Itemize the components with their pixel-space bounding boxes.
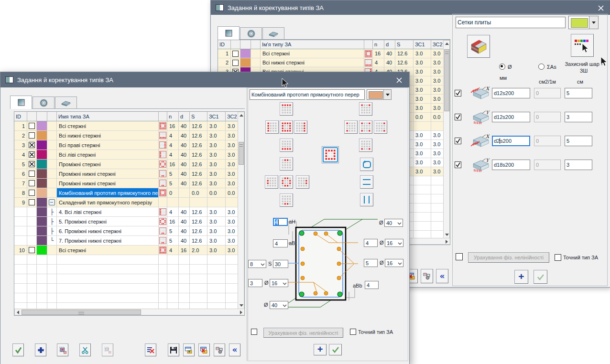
table-row[interactable]: └7. Проміжні нижні стержні54012.63.03.0 bbox=[14, 236, 239, 246]
mesh-row-checkbox[interactable] bbox=[455, 114, 461, 120]
exact-type-checkbox[interactable] bbox=[350, 329, 356, 335]
row-name[interactable]: Всі стержні bbox=[57, 121, 159, 131]
mesh-cover-field[interactable]: 5 bbox=[565, 136, 592, 146]
collapse-panel-button[interactable]: « bbox=[436, 269, 448, 283]
cell-n[interactable]: 16 bbox=[167, 160, 179, 169]
cell-n[interactable]: 5 bbox=[167, 236, 179, 246]
row-color-swatch[interactable] bbox=[37, 217, 47, 226]
cell-n[interactable] bbox=[167, 198, 179, 207]
row-check-cell[interactable] bbox=[231, 58, 240, 67]
cell-s[interactable]: 12.6 bbox=[190, 160, 207, 169]
column-header-d[interactable]: d bbox=[179, 112, 190, 121]
column-header-n[interactable]: n bbox=[373, 40, 384, 49]
row-color-swatch[interactable] bbox=[37, 121, 47, 131]
row-check-cell[interactable] bbox=[27, 198, 37, 207]
row-name[interactable]: 5. Проміжні стержні bbox=[57, 217, 159, 226]
mesh-row-checkbox[interactable] bbox=[455, 161, 461, 168]
mesh-spec-field[interactable]: d18s200 bbox=[492, 160, 530, 170]
cell-s[interactable]: 2.0 bbox=[190, 246, 207, 255]
delete-types-button[interactable] bbox=[145, 343, 156, 356]
column-header-c1[interactable]: ЗС1 bbox=[414, 40, 431, 49]
row-color-swatch[interactable] bbox=[37, 236, 47, 246]
table-settings-button[interactable] bbox=[421, 269, 433, 283]
row-name[interactable]: Складений тип прямокутного перерізу bbox=[57, 198, 159, 207]
cell-s[interactable]: 12.6 bbox=[190, 140, 207, 150]
cell-d[interactable]: 40 bbox=[179, 121, 190, 131]
cell-s[interactable] bbox=[190, 198, 207, 207]
mesh-color-swatch[interactable] bbox=[568, 16, 589, 29]
row-check-cell[interactable] bbox=[27, 246, 37, 255]
cell-c1[interactable]: 0.0 bbox=[207, 188, 226, 198]
row-check-cell[interactable] bbox=[27, 131, 37, 140]
table-row[interactable]: 5Проміжні стержні164012.63.03.0 bbox=[14, 160, 239, 169]
vertical-scrollbar[interactable] bbox=[238, 112, 244, 309]
cell-c1[interactable]: 3.0 bbox=[207, 236, 226, 246]
row-name[interactable]: Комбінований прототип прямокутного перер bbox=[57, 188, 159, 198]
cell-d[interactable]: 40 bbox=[179, 131, 190, 140]
row-color-swatch[interactable] bbox=[37, 207, 47, 217]
column-header[interactable] bbox=[159, 112, 167, 121]
row-check-cell[interactable] bbox=[27, 150, 37, 160]
row-name[interactable]: Проміжні нижні стержні bbox=[57, 169, 159, 179]
cell-c2[interactable]: 3.0 bbox=[431, 104, 444, 113]
cell-s[interactable]: 12.6 bbox=[190, 217, 207, 226]
row-name[interactable]: Всі стержні bbox=[57, 246, 159, 255]
corner-top-diameter-select[interactable]: 40 bbox=[384, 219, 403, 227]
tree-collapse-icon[interactable] bbox=[49, 199, 55, 205]
top-count-field[interactable]: 4 bbox=[364, 239, 378, 247]
row-check-cell[interactable] bbox=[27, 140, 37, 150]
add-type-button[interactable] bbox=[35, 343, 46, 356]
all-middle-bars-button[interactable] bbox=[280, 175, 293, 189]
checked-checkbox[interactable] bbox=[29, 142, 35, 148]
mesh-spec-field[interactable]: d12s200 bbox=[492, 88, 530, 98]
cell-c2[interactable]: 3.0 bbox=[226, 179, 239, 188]
row-name[interactable]: 6. Проміжні нижні стержні bbox=[57, 226, 159, 236]
column-header[interactable] bbox=[27, 112, 37, 121]
right-middle-bars-button[interactable] bbox=[296, 175, 309, 189]
checked-checkbox[interactable] bbox=[29, 151, 35, 158]
row-check-cell[interactable] bbox=[27, 160, 37, 169]
collapse-panel-button[interactable]: « bbox=[229, 343, 240, 356]
scroll-thumb[interactable] bbox=[444, 49, 449, 111]
mesh-cover-field[interactable]: 3 bbox=[565, 112, 592, 122]
diameter-radio[interactable] bbox=[499, 64, 505, 70]
table-row[interactable]: 2Всі нижні стержні44012.63.03.0 bbox=[14, 131, 239, 140]
table-row[interactable]: 7Проміжні нижні стержні54012.63.03.0 bbox=[14, 179, 239, 188]
cell-c1[interactable] bbox=[207, 198, 226, 207]
bottom-count-field[interactable]: 3 bbox=[248, 279, 262, 287]
column-header-c2[interactable]: ЗС2 bbox=[226, 112, 239, 121]
cell-c1[interactable]: 3.0 bbox=[207, 140, 226, 150]
top-corner-bars-button[interactable] bbox=[359, 102, 372, 116]
cell-s[interactable]: 12.6 bbox=[190, 236, 207, 246]
v-lines-button[interactable] bbox=[360, 193, 373, 206]
table-row[interactable]: 3Всі праві стержні44012.63.03.0 bbox=[14, 140, 239, 150]
cell-n[interactable]: 4 bbox=[167, 131, 179, 140]
copy-type-button[interactable] bbox=[57, 343, 68, 356]
cell-d[interactable]: 40 bbox=[179, 236, 190, 246]
mesh-name-field[interactable]: Сетки плиты bbox=[456, 17, 566, 28]
column-header-id[interactable]: ID bbox=[14, 112, 27, 121]
cell-c1[interactable]: 3.0 bbox=[414, 158, 431, 167]
cell-c1[interactable]: 3.0 bbox=[414, 49, 431, 58]
tab-square-tab[interactable] bbox=[10, 96, 32, 109]
column-header-s[interactable]: S bbox=[190, 112, 207, 121]
bottom-middle-bars-button[interactable] bbox=[280, 193, 293, 207]
cell-c2[interactable]: 3.0 bbox=[226, 150, 239, 160]
cell-c1[interactable]: 3.0 bbox=[414, 104, 431, 113]
h-lines-button[interactable] bbox=[360, 175, 373, 189]
table-row[interactable]: 6Проміжні нижні стержні54012.63.03.0 bbox=[14, 169, 239, 179]
cell-d[interactable]: 40 bbox=[179, 226, 190, 236]
cell-s[interactable]: 12.6 bbox=[190, 207, 207, 217]
column-header[interactable] bbox=[47, 112, 57, 121]
row-name[interactable]: Проміжні нижні стержні bbox=[57, 179, 159, 188]
column-header[interactable] bbox=[231, 40, 240, 49]
cell-d[interactable]: 40 bbox=[179, 160, 190, 169]
cell-c1[interactable]: 3.0 bbox=[207, 121, 226, 131]
cell-d[interactable]: 40 bbox=[179, 169, 190, 179]
cell-c2[interactable]: 3.0 bbox=[431, 149, 444, 158]
column-header[interactable] bbox=[251, 40, 261, 49]
cell-c2[interactable]: 3.0 bbox=[226, 236, 239, 246]
cell-c2[interactable]: 3.0 bbox=[431, 76, 444, 86]
tab-slab-tab[interactable] bbox=[262, 27, 284, 40]
column-header-name[interactable]: Ім'я типу ЗА bbox=[261, 40, 364, 49]
